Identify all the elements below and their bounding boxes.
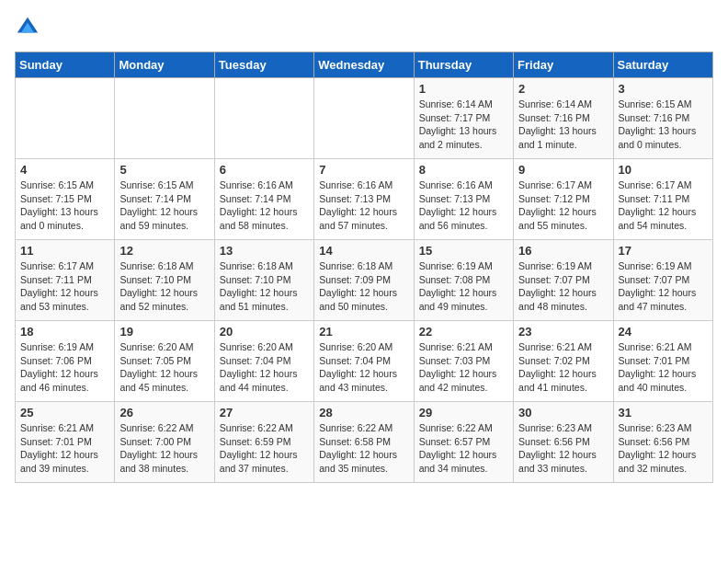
day-number: 28 [319, 406, 408, 419]
day-number: 1 [419, 82, 508, 96]
calendar-body: 1Sunrise: 6:14 AM Sunset: 7:17 PM Daylig… [16, 78, 713, 483]
day-number: 5 [119, 163, 209, 177]
calendar-cell: 9Sunrise: 6:17 AM Sunset: 7:12 PM Daylig… [514, 159, 613, 240]
header-day-wednesday: Wednesday [314, 52, 414, 78]
calendar-cell [115, 78, 214, 159]
day-number: 7 [319, 163, 408, 177]
calendar-cell: 26Sunrise: 6:22 AM Sunset: 7:00 PM Dayli… [115, 402, 214, 483]
day-number: 13 [220, 244, 309, 258]
cell-content: Sunrise: 6:20 AM Sunset: 7:04 PM Dayligh… [319, 340, 408, 395]
calendar-cell [314, 78, 414, 159]
week-row-2: 4Sunrise: 6:15 AM Sunset: 7:15 PM Daylig… [16, 159, 713, 240]
cell-content: Sunrise: 6:17 AM Sunset: 7:12 PM Dayligh… [518, 178, 608, 233]
cell-content: Sunrise: 6:18 AM Sunset: 7:10 PM Dayligh… [220, 259, 309, 314]
calendar-cell: 17Sunrise: 6:19 AM Sunset: 7:07 PM Dayli… [613, 240, 712, 321]
cell-content: Sunrise: 6:22 AM Sunset: 7:00 PM Dayligh… [119, 421, 209, 476]
calendar-cell: 1Sunrise: 6:14 AM Sunset: 7:17 PM Daylig… [414, 78, 513, 159]
day-number: 9 [518, 163, 608, 177]
cell-content: Sunrise: 6:15 AM Sunset: 7:14 PM Dayligh… [119, 178, 209, 233]
calendar-cell: 20Sunrise: 6:20 AM Sunset: 7:04 PM Dayli… [214, 321, 313, 402]
cell-content: Sunrise: 6:15 AM Sunset: 7:15 PM Dayligh… [20, 178, 109, 233]
cell-content: Sunrise: 6:16 AM Sunset: 7:13 PM Dayligh… [319, 178, 408, 233]
calendar-header: SundayMondayTuesdayWednesdayThursdayFrid… [16, 52, 713, 78]
calendar-cell: 10Sunrise: 6:17 AM Sunset: 7:11 PM Dayli… [613, 159, 712, 240]
day-number: 20 [220, 325, 309, 339]
calendar-cell: 8Sunrise: 6:16 AM Sunset: 7:13 PM Daylig… [414, 159, 513, 240]
day-number: 19 [119, 325, 209, 339]
calendar-table: SundayMondayTuesdayWednesdayThursdayFrid… [15, 52, 713, 483]
header-day-friday: Friday [514, 52, 613, 78]
calendar-cell: 18Sunrise: 6:19 AM Sunset: 7:06 PM Dayli… [16, 321, 115, 402]
week-row-1: 1Sunrise: 6:14 AM Sunset: 7:17 PM Daylig… [16, 78, 713, 159]
cell-content: Sunrise: 6:23 AM Sunset: 6:56 PM Dayligh… [619, 421, 708, 476]
calendar-cell: 31Sunrise: 6:23 AM Sunset: 6:56 PM Dayli… [613, 402, 712, 483]
day-number: 30 [518, 406, 608, 419]
calendar-cell: 25Sunrise: 6:21 AM Sunset: 7:01 PM Dayli… [16, 402, 115, 483]
header-row: SundayMondayTuesdayWednesdayThursdayFrid… [16, 52, 713, 78]
day-number: 8 [419, 163, 508, 177]
calendar-cell: 28Sunrise: 6:22 AM Sunset: 6:58 PM Dayli… [314, 402, 414, 483]
header-day-sunday: Sunday [16, 52, 115, 78]
cell-content: Sunrise: 6:14 AM Sunset: 7:17 PM Dayligh… [419, 98, 508, 152]
cell-content: Sunrise: 6:16 AM Sunset: 7:13 PM Dayligh… [419, 178, 508, 233]
day-number: 10 [619, 163, 708, 177]
day-number: 2 [518, 82, 608, 96]
cell-content: Sunrise: 6:22 AM Sunset: 6:57 PM Dayligh… [419, 421, 508, 476]
calendar-cell: 24Sunrise: 6:21 AM Sunset: 7:01 PM Dayli… [613, 321, 712, 402]
calendar-cell: 22Sunrise: 6:21 AM Sunset: 7:03 PM Dayli… [414, 321, 513, 402]
week-row-4: 18Sunrise: 6:19 AM Sunset: 7:06 PM Dayli… [16, 321, 713, 402]
cell-content: Sunrise: 6:20 AM Sunset: 7:05 PM Dayligh… [119, 340, 209, 395]
calendar-cell [214, 78, 313, 159]
cell-content: Sunrise: 6:17 AM Sunset: 7:11 PM Dayligh… [20, 259, 109, 314]
day-number: 31 [619, 406, 708, 419]
week-row-3: 11Sunrise: 6:17 AM Sunset: 7:11 PM Dayli… [16, 240, 713, 321]
calendar-cell: 27Sunrise: 6:22 AM Sunset: 6:59 PM Dayli… [214, 402, 313, 483]
calendar-cell: 5Sunrise: 6:15 AM Sunset: 7:14 PM Daylig… [115, 159, 214, 240]
cell-content: Sunrise: 6:20 AM Sunset: 7:04 PM Dayligh… [220, 340, 309, 395]
cell-content: Sunrise: 6:22 AM Sunset: 6:59 PM Dayligh… [220, 421, 309, 476]
cell-content: Sunrise: 6:22 AM Sunset: 6:58 PM Dayligh… [319, 421, 408, 476]
day-number: 11 [20, 244, 109, 258]
calendar-cell: 11Sunrise: 6:17 AM Sunset: 7:11 PM Dayli… [16, 240, 115, 321]
day-number: 6 [220, 163, 309, 177]
cell-content: Sunrise: 6:19 AM Sunset: 7:08 PM Dayligh… [419, 259, 508, 314]
cell-content: Sunrise: 6:21 AM Sunset: 7:03 PM Dayligh… [419, 340, 508, 395]
calendar-cell [16, 78, 115, 159]
cell-content: Sunrise: 6:19 AM Sunset: 7:06 PM Dayligh… [20, 340, 109, 395]
day-number: 25 [20, 406, 109, 419]
cell-content: Sunrise: 6:21 AM Sunset: 7:01 PM Dayligh… [619, 340, 708, 395]
header-day-monday: Monday [115, 52, 214, 78]
calendar-cell: 30Sunrise: 6:23 AM Sunset: 6:56 PM Dayli… [514, 402, 613, 483]
cell-content: Sunrise: 6:18 AM Sunset: 7:10 PM Dayligh… [119, 259, 209, 314]
day-number: 17 [619, 244, 708, 258]
day-number: 15 [419, 244, 508, 258]
calendar-cell: 6Sunrise: 6:16 AM Sunset: 7:14 PM Daylig… [214, 159, 313, 240]
logo-icon [15, 15, 40, 40]
cell-content: Sunrise: 6:17 AM Sunset: 7:11 PM Dayligh… [619, 178, 708, 233]
header-day-thursday: Thursday [414, 52, 513, 78]
cell-content: Sunrise: 6:19 AM Sunset: 7:07 PM Dayligh… [518, 259, 608, 314]
calendar-cell: 12Sunrise: 6:18 AM Sunset: 7:10 PM Dayli… [115, 240, 214, 321]
day-number: 21 [319, 325, 408, 339]
cell-content: Sunrise: 6:14 AM Sunset: 7:16 PM Dayligh… [518, 98, 608, 152]
calendar-cell: 19Sunrise: 6:20 AM Sunset: 7:05 PM Dayli… [115, 321, 214, 402]
day-number: 4 [20, 163, 109, 177]
page-header [15, 15, 713, 40]
header-day-saturday: Saturday [613, 52, 712, 78]
cell-content: Sunrise: 6:19 AM Sunset: 7:07 PM Dayligh… [619, 259, 708, 314]
day-number: 16 [518, 244, 608, 258]
day-number: 18 [20, 325, 109, 339]
calendar-cell: 14Sunrise: 6:18 AM Sunset: 7:09 PM Dayli… [314, 240, 414, 321]
day-number: 3 [619, 82, 708, 96]
cell-content: Sunrise: 6:23 AM Sunset: 6:56 PM Dayligh… [518, 421, 608, 476]
cell-content: Sunrise: 6:18 AM Sunset: 7:09 PM Dayligh… [319, 259, 408, 314]
calendar-cell: 7Sunrise: 6:16 AM Sunset: 7:13 PM Daylig… [314, 159, 414, 240]
calendar-cell: 13Sunrise: 6:18 AM Sunset: 7:10 PM Dayli… [214, 240, 313, 321]
calendar-cell: 29Sunrise: 6:22 AM Sunset: 6:57 PM Dayli… [414, 402, 513, 483]
cell-content: Sunrise: 6:21 AM Sunset: 7:01 PM Dayligh… [20, 421, 109, 476]
day-number: 14 [319, 244, 408, 258]
calendar-cell: 15Sunrise: 6:19 AM Sunset: 7:08 PM Dayli… [414, 240, 513, 321]
day-number: 22 [419, 325, 508, 339]
cell-content: Sunrise: 6:21 AM Sunset: 7:02 PM Dayligh… [518, 340, 608, 395]
day-number: 27 [220, 406, 309, 419]
